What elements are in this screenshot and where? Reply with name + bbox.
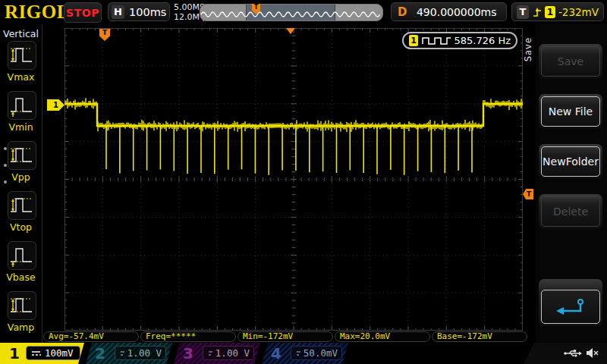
menu-item-vmax[interactable] xyxy=(8,41,36,70)
back-button[interactable] xyxy=(539,279,602,326)
memory-waveform-preview xyxy=(200,5,381,20)
menu-item-vpp[interactable] xyxy=(8,141,36,170)
channel1-scale: 100mV xyxy=(45,347,74,359)
square-wave-icon xyxy=(422,36,450,46)
save-button-label: Save xyxy=(541,46,600,77)
horizontal-timebase-box[interactable]: H 100ms xyxy=(108,2,170,21)
new-folder-button-label: NewFolder xyxy=(541,146,600,177)
trigger-level-value: -232mV xyxy=(558,6,599,18)
vamp-measurement-icon xyxy=(8,292,36,319)
menu-item-vbase-label: Vbase xyxy=(0,271,42,283)
measurement-base: Base=-172mV xyxy=(432,331,527,342)
menu-item-vamp[interactable] xyxy=(8,291,36,320)
menu-item-vmax-label: Vmax xyxy=(0,71,42,83)
speaker-muted-icon xyxy=(586,347,599,359)
run-state-indicator[interactable]: STOP xyxy=(64,2,102,23)
run-state-label: STOP xyxy=(66,7,99,19)
new-file-button[interactable]: New File xyxy=(539,94,602,129)
measurement-avg: Avg=-57.4mV xyxy=(43,331,139,342)
left-menu-title: Vertical xyxy=(0,28,42,39)
memory-position-bar xyxy=(200,4,383,21)
menu-tab-save: Save xyxy=(523,37,533,61)
trigger-info-box: T 1 -232mV xyxy=(511,2,604,21)
rigol-logo: RIGOL xyxy=(5,2,70,23)
channel4-scale: 50.0mV xyxy=(304,347,338,359)
vtop-measurement-icon xyxy=(8,192,36,219)
channel-status-bar: 1 100mV 2 1.00 V 3 xyxy=(0,343,607,364)
new-folder-button[interactable]: NewFolder xyxy=(539,144,602,179)
status-icons-area xyxy=(524,343,607,364)
menu-item-vmin-label: Vmin xyxy=(0,121,42,133)
channel1-tab[interactable]: 1 100mV xyxy=(0,343,84,364)
return-arrow-icon xyxy=(554,297,587,318)
measurement-max: Max=20.0mV xyxy=(335,331,430,342)
usb-icon xyxy=(563,348,583,359)
channel4-tab[interactable]: 4 50.0mV xyxy=(262,343,348,364)
menu-scroll-dot xyxy=(4,164,7,167)
delete-button[interactable]: Delete xyxy=(539,194,602,229)
dc-coupling-icon xyxy=(119,350,124,357)
channel2-number: 2 xyxy=(95,344,105,362)
timebase-value: 100ms xyxy=(129,6,166,18)
channel2-scale: 1.00 V xyxy=(127,347,162,359)
save-button[interactable]: Save xyxy=(539,44,602,79)
menu-scroll-dot xyxy=(4,147,7,150)
trigger-label: T xyxy=(517,5,529,19)
menu-scroll-dot xyxy=(4,180,7,184)
menu-item-vtop-label: Vtop xyxy=(0,221,42,233)
frequency-counter-value: 585.726 Hz xyxy=(454,35,511,46)
menu-item-vamp-label: Vamp xyxy=(0,322,42,333)
vpp-measurement-icon xyxy=(8,142,36,169)
measurement-min: Min=-172mV xyxy=(237,331,333,342)
channel3-scale: 1.00 V xyxy=(215,347,250,359)
menu-item-vbase[interactable] xyxy=(8,241,36,270)
measurement-freq: Freq=***** xyxy=(140,331,236,342)
vbase-measurement-icon xyxy=(8,242,36,269)
channel1-number: 1 xyxy=(9,344,20,362)
new-file-button-label: New File xyxy=(541,96,600,127)
vmax-measurement-icon xyxy=(8,42,36,69)
dc-coupling-icon xyxy=(295,350,300,357)
oscilloscope-screen: RIGOL STOP H 100ms 5.00MSa/s 12.0M pts T… xyxy=(0,0,607,364)
menu-item-vmin[interactable] xyxy=(8,91,36,120)
rising-edge-icon xyxy=(532,6,542,18)
channel3-number: 3 xyxy=(183,344,193,362)
trigger-source-badge: 1 xyxy=(545,6,555,18)
channel2-tab[interactable]: 2 1.00 V xyxy=(86,343,172,364)
delay-value: 490.000000ms xyxy=(413,6,500,18)
channel1-waveform xyxy=(64,28,523,331)
dc-coupling-icon xyxy=(30,350,42,357)
channel4-number: 4 xyxy=(271,344,281,362)
delay-label: D xyxy=(398,5,407,19)
trigger-level-marker[interactable]: T xyxy=(523,189,533,199)
delete-button-label: Delete xyxy=(541,196,600,227)
horizontal-label: H xyxy=(112,5,124,19)
channel3-tab[interactable]: 3 1.00 V xyxy=(174,343,260,364)
menu-item-vtop[interactable] xyxy=(8,191,36,220)
vmin-measurement-icon xyxy=(8,92,36,119)
dc-coupling-icon xyxy=(207,350,212,357)
channel1-level-marker[interactable]: 1 xyxy=(47,99,64,111)
frequency-counter: 1 585.726 Hz xyxy=(402,32,517,49)
frequency-counter-channel-badge: 1 xyxy=(409,35,418,46)
delay-box: D 490.000000ms xyxy=(391,2,507,21)
screen-center-marker xyxy=(286,28,295,34)
